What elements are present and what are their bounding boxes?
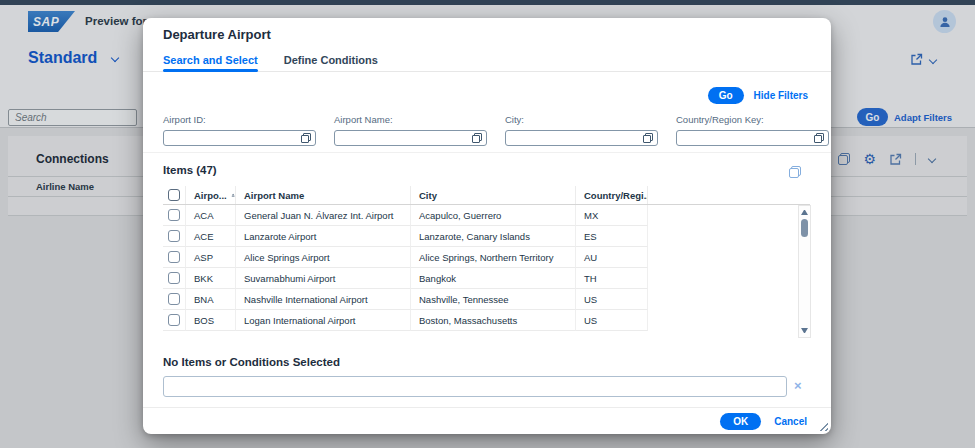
column-header-country[interactable]: Country/Regi... [576,186,648,204]
hide-filters-button[interactable]: Hide Filters [754,90,808,101]
table-header-row: Airpo... Airport Name City Country/Regi.… [163,186,810,205]
column-header-filler [648,186,810,204]
screen: SAP Preview for Standard Go Adapt Filter… [0,0,975,448]
cell-airport-name: Alice Springs Airport [236,247,411,268]
filter-input-box [676,130,829,146]
cell-country: MX [576,205,648,226]
dialog-title: Departure Airport [163,27,271,42]
row-checkbox[interactable] [168,272,180,284]
tab-define-conditions[interactable]: Define Conditions [284,50,378,71]
filter-input-box [505,130,658,146]
filter-airport-id: Airport ID: [163,114,316,146]
cell-city: Bangkok [411,268,576,289]
cell-city: Lanzarote, Canary Islands [411,226,576,247]
value-help-icon[interactable] [643,133,653,143]
table-scrollbar[interactable] [798,205,811,338]
cell-city: Nashville, Tennessee [411,289,576,310]
filter-label: Airport Name: [334,114,487,125]
table-row[interactable]: ACA General Juan N. Álvarez Int. Airport… [163,205,810,226]
column-header-label: Airpo... [194,190,227,201]
cell-airport-name: Nashville International Airport [236,289,411,310]
cell-airport-name: Logan International Airport [236,310,411,331]
filter-airport-name: Airport Name: [334,114,487,146]
cell-airport-name: Lanzarote Airport [236,226,411,247]
cell-airport-id: ACE [186,226,236,247]
cell-city: Acapulco, Guerrero [411,205,576,226]
filter-label: Airport ID: [163,114,316,125]
cell-airport-id: BNA [186,289,236,310]
filter-bar: Airport ID: Airport Name: City: [163,114,805,146]
country-region-key-input[interactable] [682,133,814,144]
selection-summary-title: No Items or Conditions Selected [163,356,340,368]
table-row[interactable]: BKK Suvarnabhumi Airport Bangkok TH [163,268,810,289]
departure-airport-dialog: Departure Airport Search and Select Defi… [143,18,831,434]
dialog-tab-strip: Search and Select Define Conditions [143,50,831,72]
value-help-icon[interactable] [814,133,824,143]
row-checkbox[interactable] [168,230,180,242]
clear-selection-icon[interactable]: × [794,377,802,395]
column-header-airport-name[interactable]: Airport Name [236,186,411,204]
row-checkbox[interactable] [168,251,180,263]
cell-airport-name: General Juan N. Álvarez Int. Airport [236,205,411,226]
airport-name-input[interactable] [340,133,472,144]
scroll-down-icon[interactable] [801,328,808,333]
table-row[interactable]: ASP Alice Springs Airport Alice Springs,… [163,247,810,268]
scroll-up-icon[interactable] [801,210,808,215]
value-help-icon[interactable] [472,133,482,143]
cell-airport-id: ACA [186,205,236,226]
cell-airport-name: Suvarnabhumi Airport [236,268,411,289]
value-help-icon[interactable] [301,133,311,143]
cell-airport-id: ASP [186,247,236,268]
cell-country: ES [576,226,648,247]
cell-airport-id: BOS [186,310,236,331]
scrollbar-thumb[interactable] [801,219,808,237]
table-row[interactable]: ACE Lanzarote Airport Lanzarote, Canary … [163,226,810,247]
cell-country: US [576,310,648,331]
select-all-checkbox[interactable] [168,189,180,201]
filter-label: Country/Region Key: [676,114,829,125]
airports-table: Airpo... Airport Name City Country/Regi.… [163,186,810,331]
filter-country-region-key: Country/Region Key: [676,114,829,146]
tab-search-and-select[interactable]: Search and Select [163,50,258,71]
cell-country: US [576,289,648,310]
dialog-footer: OK Cancel [143,407,831,434]
city-input[interactable] [511,133,643,144]
filter-input-box [334,130,487,146]
airport-id-input[interactable] [169,133,301,144]
column-header-airport-id[interactable]: Airpo... [186,186,236,204]
copy-icon[interactable] [789,166,801,178]
dialog-go-button[interactable]: Go [708,87,744,104]
column-header-city[interactable]: City [411,186,576,204]
cell-country: AU [576,247,648,268]
sort-ascending-icon [231,191,235,200]
items-count-title: Items (47) [163,164,217,176]
cancel-button[interactable]: Cancel [774,416,807,427]
row-checkbox[interactable] [168,293,180,305]
ok-button[interactable]: OK [720,413,761,430]
filter-input-box [163,130,316,146]
filter-label: City: [505,114,658,125]
table-row[interactable]: BOS Logan International Airport Boston, … [163,310,810,331]
filter-city: City: [505,114,658,146]
selected-tokens-input[interactable] [163,376,787,397]
row-checkbox[interactable] [168,314,180,326]
row-checkbox[interactable] [168,209,180,221]
cell-city: Boston, Massachusetts [411,310,576,331]
cell-airport-id: BKK [186,268,236,289]
filter-actions: Go Hide Filters [708,87,808,104]
table-row[interactable]: BNA Nashville International Airport Nash… [163,289,810,310]
cell-city: Alice Springs, Northern Territory [411,247,576,268]
cell-country: TH [576,268,648,289]
filter-separator [143,152,831,153]
